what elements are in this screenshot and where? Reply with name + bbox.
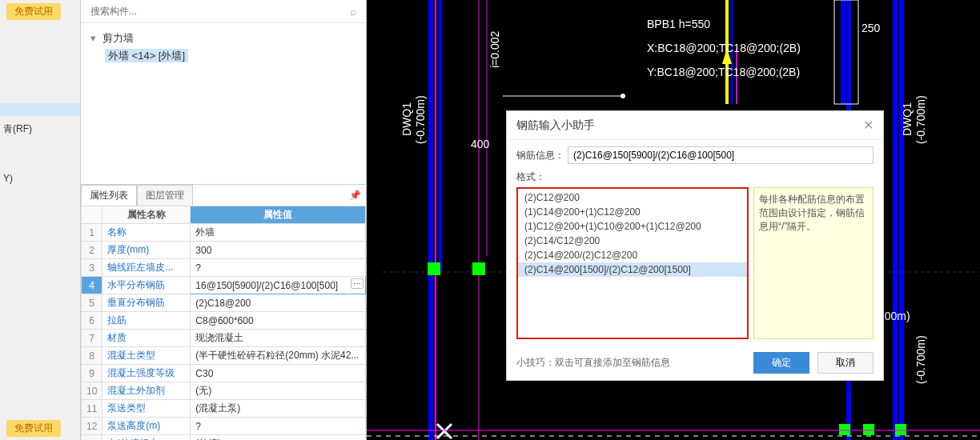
pin-icon[interactable]: 📌 xyxy=(349,190,361,201)
table-row[interactable]: 12泵送高度(m)? xyxy=(82,418,366,435)
property-table: 属性名称 属性值 1名称外墙2厚度(mm)3003轴线距左墙皮...?4水平分布… xyxy=(81,206,366,440)
cad-label-bpb: BPB1 h=550 xyxy=(647,18,710,30)
cad-depth-right: (-0.700m) xyxy=(914,95,927,144)
left-rail-item[interactable] xyxy=(0,103,80,116)
table-row[interactable]: 3轴线距左墙皮...? xyxy=(82,259,366,277)
format-option[interactable]: (1)C14@200+(1)C12@200 xyxy=(518,205,747,219)
svg-rect-17 xyxy=(428,262,440,275)
format-list[interactable]: (2)C12@200(1)C14@200+(1)C12@200(1)C12@20… xyxy=(516,187,749,339)
table-row[interactable]: 2厚度(mm)300 xyxy=(82,242,366,259)
component-panel: ⌕ ▾ 剪力墙 外墙 <14> [外墙] 📌 属性列表 图层管理 属性名称 属性… xyxy=(80,0,367,440)
format-option[interactable]: (2)C14@200[1500]/(2)C12@200[1500] xyxy=(518,262,747,277)
table-row[interactable]: 11泵送类型(混凝土泵) xyxy=(82,400,366,418)
table-row[interactable]: 13内/外墙标志(外墙) xyxy=(82,435,366,441)
tab-layers[interactable]: 图层管理 xyxy=(137,185,193,206)
ok-button[interactable]: 确定 xyxy=(753,352,809,374)
cad-dim-250: 250 xyxy=(862,22,881,34)
format-option[interactable]: (2)C14/C12@200 xyxy=(518,234,747,248)
cad-depth-right2: (-0.700m) xyxy=(914,335,927,384)
svg-rect-20 xyxy=(863,424,874,435)
table-row[interactable]: 7材质现浇混凝土 xyxy=(82,330,366,347)
close-icon[interactable]: ✕ xyxy=(863,118,874,133)
dialog-title: 钢筋输入小助手 xyxy=(516,118,595,133)
search-input[interactable] xyxy=(87,3,359,19)
cancel-button[interactable]: 取消 xyxy=(817,352,874,374)
search-icon[interactable]: ⌕ xyxy=(350,5,356,18)
table-row[interactable]: 4水平分布钢筋16@150[5900]/(2)C16@100[500]⋯ xyxy=(82,277,366,294)
format-option[interactable]: (1)C12@200+(1)C10@200+(1)C12@200 xyxy=(518,219,747,234)
table-row[interactable]: 8混凝土类型(半干硬性砼碎石粒径(20mm) 水泥42... xyxy=(82,347,366,365)
format-label: 格式： xyxy=(516,170,874,184)
left-rail-item-y[interactable]: Y) xyxy=(0,166,80,190)
cad-label-y: Y:BC18@200;TC18@200;(2B) xyxy=(647,66,800,78)
table-row[interactable]: 6拉筋C8@600*600 xyxy=(82,312,366,330)
tab-properties[interactable]: 属性列表 xyxy=(81,185,137,206)
format-option[interactable]: (2)C12@200 xyxy=(518,190,747,205)
trial-button-bottom[interactable]: 免费试用 xyxy=(6,420,61,437)
hint-box: 每排各种配筋信息的布置范围由设计指定，钢筋信息用“/”隔开。 xyxy=(753,187,874,339)
col-value: 属性值 xyxy=(191,206,366,224)
svg-rect-19 xyxy=(839,424,850,435)
tree-selected-label: 外墙 <14> [外墙] xyxy=(105,49,188,62)
search-row: ⌕ xyxy=(81,0,366,23)
svg-point-16 xyxy=(621,94,625,98)
table-row[interactable]: 5垂直分布钢筋(2)C18@200 xyxy=(82,294,366,312)
tree-node-selected[interactable]: 外墙 <14> [外墙] xyxy=(90,49,356,63)
left-rail-item-rf[interactable]: 青(RF) xyxy=(0,116,80,142)
cad-depth-left: (-0.700m) xyxy=(414,95,427,144)
table-row[interactable]: 10混凝土外加剂(无) xyxy=(82,382,366,400)
info-label: 钢筋信息： xyxy=(516,149,564,162)
cad-dwq1-right: DWQ1 xyxy=(901,102,914,136)
rebar-info-input[interactable] xyxy=(568,146,874,164)
svg-rect-18 xyxy=(472,262,485,275)
tree-root-label: 剪力墙 xyxy=(102,32,134,44)
cad-label-x: X:BC18@200;TC18@200;(2B) xyxy=(647,42,801,54)
component-tree: ▾ 剪力墙 外墙 <14> [外墙] xyxy=(81,23,366,71)
format-option[interactable]: (2)C14@200/(2)C12@200 xyxy=(518,248,747,262)
cad-dim-400: 400 xyxy=(471,138,490,150)
trial-button[interactable]: 免费试用 xyxy=(6,3,61,20)
left-rail: 免费试用 青(RF) Y) 免费试用 xyxy=(0,0,80,440)
cad-slope: i=0.002 xyxy=(488,30,501,68)
col-name: 属性名称 xyxy=(102,206,191,224)
svg-rect-21 xyxy=(895,424,906,435)
table-row[interactable]: 1名称外墙 xyxy=(82,224,366,242)
table-row[interactable]: 9混凝土强度等级C30 xyxy=(82,365,366,382)
property-section: 📌 属性列表 图层管理 属性名称 属性值 1名称外墙2厚度(mm)3003轴线距… xyxy=(81,184,366,440)
property-tabs: 属性列表 图层管理 xyxy=(81,185,366,206)
more-button[interactable]: ⋯ xyxy=(351,278,363,289)
tree-node-root[interactable]: ▾ 剪力墙 xyxy=(90,31,356,46)
chevron-down-icon: ▾ xyxy=(90,32,96,44)
tip-text: 小技巧：双击可直接添加至钢筋信息 xyxy=(516,356,670,370)
cad-dwq1-left: DWQ1 xyxy=(400,102,413,136)
rebar-helper-dialog: 钢筋输入小助手 ✕ 钢筋信息： 格式： (2)C12@200(1)C14@200… xyxy=(506,110,884,381)
